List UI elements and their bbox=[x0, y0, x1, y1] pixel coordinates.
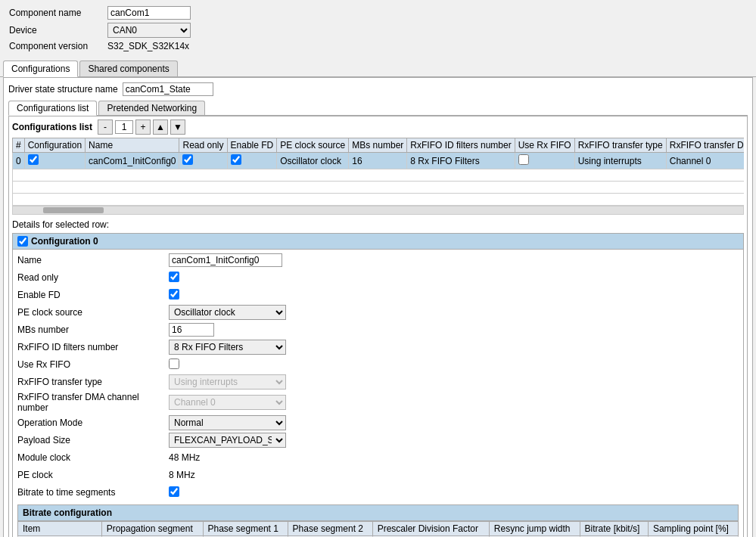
detail-pe-clock-value: Oscillator clock System clock bbox=[169, 305, 286, 320]
detail-row-pe-clock-val: PE clock 8 MHz bbox=[17, 467, 739, 483]
inner-tab-bar: Configurations list Pretended Networking bbox=[8, 101, 748, 116]
horizontal-scrollbar[interactable] bbox=[12, 206, 744, 215]
cell-use-rx-fifo bbox=[515, 153, 574, 169]
table-row[interactable]: 0 canCom1_InitConfig0 Oscillator clock 1… bbox=[13, 153, 745, 169]
detail-use-rx-fifo-value bbox=[169, 359, 179, 371]
detail-rxfifo-filters-label: RxFIFO ID filters number bbox=[17, 342, 169, 352]
detail-pe-clock-label: PE clock source bbox=[17, 307, 169, 318]
detail-mbs-label: MBs number bbox=[17, 324, 169, 335]
bitrate-col-item: Item bbox=[18, 522, 102, 536]
cell-num: 0 bbox=[13, 153, 25, 169]
bitrate-header: Bitrate configuration bbox=[17, 504, 739, 521]
details-row-label: Details for selected row: bbox=[12, 219, 744, 230]
component-version-label: Component version bbox=[6, 39, 104, 53]
payload-size-select[interactable]: FLEXCAN_PAYLOAD_SIZE_8 FLEXCAN_PAYLOAD_S… bbox=[169, 433, 286, 448]
device-select[interactable]: CAN0 bbox=[107, 23, 191, 38]
config-header-checkbox[interactable] bbox=[17, 236, 28, 247]
detail-read-only-label: Read only bbox=[17, 272, 169, 283]
rxfifo-dma-select[interactable]: Channel 0 Channel 1 bbox=[169, 395, 286, 410]
cell-read-only bbox=[179, 153, 227, 169]
detail-row-rxfifo-transfer: RxFIFO transfer type Using interrupts Us… bbox=[17, 374, 739, 390]
col-use-rx-fifo: Use Rx FIFO bbox=[515, 138, 574, 153]
config-checkbox[interactable] bbox=[28, 154, 39, 165]
detail-mbs-value bbox=[169, 323, 214, 337]
tab-configurations-list[interactable]: Configurations list bbox=[8, 101, 97, 116]
config-count: 1 bbox=[115, 120, 133, 134]
detail-operation-mode-value: Normal Loopback Listen only bbox=[169, 415, 286, 430]
col-mbs: MBs number bbox=[349, 138, 407, 153]
detail-row-mbs: MBs number bbox=[17, 322, 739, 337]
cell-pe-clock: Oscillator clock bbox=[277, 153, 349, 169]
rxfifo-filters-select[interactable]: 8 Rx FIFO Filters 16 Rx FIFO Filters 32 … bbox=[169, 340, 286, 355]
config-table-scroll[interactable]: # Configuration Name Read only Enable FD… bbox=[12, 138, 744, 206]
detail-rxfifo-filters-value: 8 Rx FIFO Filters 16 Rx FIFO Filters 32 … bbox=[169, 340, 286, 355]
detail-payload-size-label: Payload Size bbox=[17, 435, 169, 445]
driver-state-label: Driver state structure name bbox=[8, 84, 118, 95]
remove-config-button[interactable]: - bbox=[98, 120, 113, 135]
bitrate-col-bitrate: Bitrate [kbit/s] bbox=[580, 522, 648, 536]
cell-rxfifo-transfer: Using interrupts bbox=[574, 153, 666, 169]
detail-row-read-only: Read only bbox=[17, 270, 739, 285]
detail-row-rxfifo-dma: RxFIFO transfer DMA channel number Chann… bbox=[17, 392, 739, 413]
detail-row-module-clock: Module clock 48 MHz bbox=[17, 450, 739, 465]
module-clock-value: 48 MHz bbox=[169, 452, 200, 463]
detail-rxfifo-transfer-label: RxFIFO transfer type bbox=[17, 377, 169, 387]
pe-clock-val-value: 8 MHz bbox=[169, 470, 195, 480]
detail-pe-clock-val-label: PE clock bbox=[17, 470, 169, 480]
bitrate-section: Bitrate configuration Item Propagation s… bbox=[17, 504, 739, 537]
detail-bitrate-time-label: Bitrate to time segments bbox=[17, 487, 169, 498]
use-rx-fifo-checkbox[interactable] bbox=[169, 359, 179, 369]
tab-configurations[interactable]: Configurations bbox=[3, 61, 78, 77]
detail-rxfifo-transfer-value: Using interrupts Using DMA bbox=[169, 374, 286, 390]
col-rxfifo-transfer: RxFIFO transfer type bbox=[574, 138, 666, 153]
detail-use-rx-fifo-label: Use Rx FIFO bbox=[17, 359, 169, 370]
enable-fd-checkbox[interactable] bbox=[169, 289, 179, 300]
driver-state-input[interactable] bbox=[123, 82, 213, 96]
tab-shared-components[interactable]: Shared components bbox=[79, 61, 177, 76]
detail-rxfifo-dma-value: Channel 0 Channel 1 bbox=[169, 395, 286, 410]
detail-payload-size-value: FLEXCAN_PAYLOAD_SIZE_8 FLEXCAN_PAYLOAD_S… bbox=[169, 433, 286, 448]
details-section: Details for selected row: Configuration … bbox=[12, 219, 744, 537]
details-header: Configuration 0 bbox=[12, 233, 744, 250]
scrollbar-thumb[interactable] bbox=[43, 207, 104, 213]
detail-module-clock-label: Module clock bbox=[17, 452, 169, 463]
add-config-button[interactable]: + bbox=[135, 120, 151, 135]
tab-pretended-networking[interactable]: Pretended Networking bbox=[98, 101, 205, 115]
col-read-only: Read only bbox=[179, 138, 227, 153]
component-name-input[interactable] bbox=[107, 6, 191, 20]
config-panel: Configurations list - 1 + ▲ ▼ # Configur… bbox=[8, 116, 748, 537]
table-row-empty-1 bbox=[13, 169, 745, 182]
mbs-input[interactable] bbox=[169, 323, 214, 337]
detail-enable-fd-label: Enable FD bbox=[17, 290, 169, 300]
name-input[interactable] bbox=[169, 253, 282, 267]
cell-mbs: 16 bbox=[349, 153, 407, 169]
pe-clock-select[interactable]: Oscillator clock System clock bbox=[169, 305, 286, 320]
detail-module-clock-value: 48 MHz bbox=[169, 452, 200, 463]
read-only-checkbox[interactable] bbox=[169, 272, 179, 282]
cell-rxfifo-dma: Channel 0 bbox=[666, 153, 744, 169]
rxfifo-transfer-select[interactable]: Using interrupts Using DMA bbox=[169, 374, 286, 390]
detail-row-bitrate-time: Bitrate to time segments bbox=[17, 485, 739, 500]
operation-mode-select[interactable]: Normal Loopback Listen only bbox=[169, 415, 286, 430]
top-info-panel: Component name Device CAN0 Component ver… bbox=[0, 0, 756, 57]
detail-row-enable-fd: Enable FD bbox=[17, 287, 739, 303]
device-label: Device bbox=[6, 21, 104, 39]
detail-name-label: Name bbox=[17, 255, 169, 265]
details-header-title: Configuration 0 bbox=[31, 236, 98, 247]
detail-name-value bbox=[169, 253, 282, 267]
move-down-button[interactable]: ▼ bbox=[170, 120, 185, 135]
config-toolbar: Configurations list - 1 + ▲ ▼ bbox=[12, 120, 744, 135]
detail-row-use-rx-fifo: Use Rx FIFO bbox=[17, 357, 739, 372]
driver-state-row: Driver state structure name bbox=[8, 82, 748, 96]
read-only-checkbox-row[interactable] bbox=[182, 154, 193, 165]
bitrate-col-resync: Resync jump width bbox=[489, 522, 580, 536]
col-configuration: Configuration bbox=[24, 138, 85, 153]
detail-row-name: Name bbox=[17, 253, 739, 268]
enable-fd-checkbox-row[interactable] bbox=[231, 154, 241, 165]
use-rx-fifo-checkbox-row[interactable] bbox=[518, 154, 529, 165]
col-rxfifo-dma: RxFIFO transfer DMA chan... bbox=[666, 138, 744, 153]
cell-rxfifo-filters: 8 Rx FIFO Filters bbox=[407, 153, 515, 169]
detail-read-only-value bbox=[169, 272, 179, 284]
move-up-button[interactable]: ▲ bbox=[153, 120, 168, 135]
bitrate-time-checkbox[interactable] bbox=[169, 486, 179, 497]
